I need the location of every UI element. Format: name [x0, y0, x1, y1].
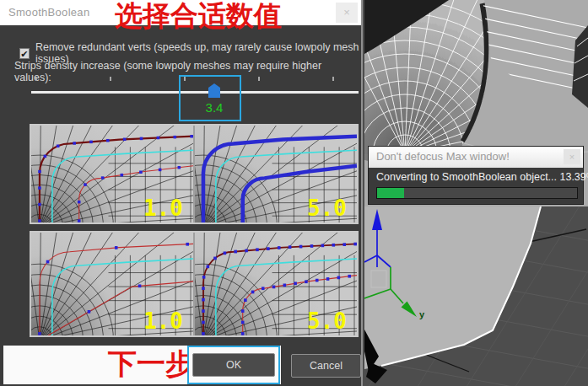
- annotation-ok-box: OK: [187, 346, 280, 384]
- remove-redundant-verts-checkbox[interactable]: [19, 48, 30, 59]
- slider-tick: [35, 77, 37, 81]
- preview-image-3: 1.0: [31, 233, 193, 335]
- progress-title: Don't defocus Max window!: [376, 150, 510, 163]
- preview-image-4: 5.0: [195, 233, 357, 335]
- smoothboolean-dialog: SmoothBoolean × 选择合适数值 Remove redundant …: [0, 0, 363, 386]
- progress-body: Converting to SmoothBoolean object... 13…: [369, 168, 583, 204]
- ok-button[interactable]: OK: [192, 353, 275, 377]
- max-viewport[interactable]: y Don't defocus Max window! × Converting…: [364, 0, 588, 386]
- preview-panel-bottom: 1.0 5.0: [30, 231, 359, 337]
- progress-fill: [377, 188, 404, 198]
- preview-image-1: 1.0: [31, 126, 193, 222]
- progress-status-text: Converting to SmoothBoolean object... 13…: [376, 171, 588, 183]
- axis-y-label: y: [419, 309, 424, 319]
- annotation-slider-box: [179, 75, 241, 121]
- slider-tick: [110, 77, 111, 81]
- annotation-choose-value-text: 选择合适数值: [115, 0, 282, 35]
- preview-density-label: 1.0: [143, 308, 183, 334]
- close-icon[interactable]: ×: [336, 3, 358, 23]
- preview-density-label: 1.0: [143, 196, 183, 221]
- annotation-next-step-text: 下一步: [108, 345, 194, 383]
- preview-density-label: 5.0: [307, 308, 347, 334]
- dialog-title: SmoothBoolean: [8, 6, 89, 19]
- slider-tick: [258, 77, 260, 81]
- cancel-button[interactable]: Cancel: [291, 354, 361, 378]
- preview-image-2: 5.0: [195, 126, 357, 222]
- progress-bar: [376, 187, 578, 199]
- screenshot-root: y Don't defocus Max window! × Converting…: [0, 0, 588, 386]
- slider-tick: [332, 77, 334, 81]
- progress-titlebar[interactable]: Don't defocus Max window! ×: [369, 147, 583, 168]
- preview-panel-top: 1.0 5.0: [30, 124, 359, 224]
- close-icon[interactable]: ×: [564, 149, 580, 164]
- viewport-grid-render: [364, 206, 588, 386]
- preview-density-label: 5.0: [307, 196, 347, 221]
- progress-dialog: Don't defocus Max window! × Converting t…: [368, 146, 584, 205]
